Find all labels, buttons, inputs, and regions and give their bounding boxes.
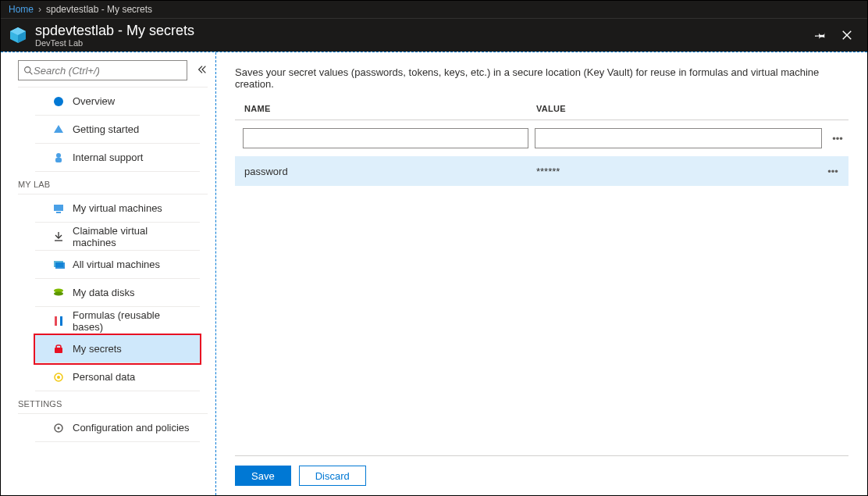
search-icon	[23, 66, 34, 76]
config-icon	[52, 422, 65, 434]
close-icon[interactable]	[841, 29, 853, 41]
sidebar-item-my-secrets[interactable]: My secrets	[35, 335, 200, 363]
search-input[interactable]	[34, 65, 182, 77]
sidebar-item-personal-data[interactable]: Personal data	[35, 363, 200, 391]
sidebar-item-label: Internal support	[73, 152, 143, 163]
blade-subtitle: DevTest Lab	[35, 38, 814, 48]
save-button[interactable]: Save	[235, 466, 291, 486]
sidebar-search[interactable]	[18, 60, 187, 80]
sidebar-item-all-vms[interactable]: All virtual machines	[35, 251, 200, 279]
row-actions-icon[interactable]: •••	[824, 166, 842, 177]
breadcrumb-bar: Home › spdevtestlab - My secrets	[1, 1, 867, 18]
breadcrumb-current: spdevtestlab - My secrets	[46, 4, 152, 15]
new-secret-row: •••	[235, 120, 848, 156]
main-content: Saves your secret values (passwords, tok…	[216, 52, 867, 495]
svg-point-22	[57, 376, 60, 379]
breadcrumb-separator: ›	[38, 4, 41, 15]
svg-rect-18	[60, 316, 62, 326]
svg-line-6	[30, 72, 32, 74]
resource-icon	[9, 26, 27, 45]
discard-button[interactable]: Discard	[299, 466, 366, 486]
section-label-mylab: MY LAB	[1, 172, 215, 194]
svg-rect-10	[54, 205, 63, 211]
sidebar-item-label: Overview	[73, 95, 115, 107]
sidebar: Overview Getting started Internal suppor…	[1, 52, 216, 495]
new-secret-value-input[interactable]	[535, 128, 822, 148]
sidebar-item-label: Formulas (reusable bases)	[73, 309, 190, 333]
sidebar-item-label: My data disks	[73, 287, 134, 298]
column-name: NAME	[244, 104, 536, 113]
pin-icon[interactable]	[814, 29, 827, 41]
formulas-icon	[52, 315, 65, 327]
blade-title: spdevtestlab - My secrets	[35, 23, 814, 38]
vm-icon	[52, 202, 65, 215]
svg-rect-14	[55, 262, 65, 269]
personal-icon	[52, 371, 65, 384]
collapse-sidebar-icon[interactable]	[197, 64, 208, 77]
secrets-icon	[52, 343, 65, 355]
sidebar-item-claimable-vms[interactable]: Claimable virtual machines	[35, 223, 200, 251]
sidebar-item-data-disks[interactable]: My data disks	[35, 279, 200, 307]
svg-rect-9	[55, 158, 62, 162]
sidebar-item-my-vms[interactable]: My virtual machines	[35, 194, 200, 223]
getting-started-icon	[52, 123, 65, 136]
footer-actions: Save Discard	[235, 455, 848, 486]
table-row[interactable]: password ****** •••	[235, 156, 848, 186]
svg-point-24	[58, 426, 60, 429]
svg-point-7	[54, 97, 63, 106]
svg-point-16	[54, 291, 63, 295]
new-row-actions-icon[interactable]: •••	[828, 133, 847, 145]
section-label-settings: SETTINGS	[1, 391, 215, 413]
sidebar-item-label: Claimable virtual machines	[73, 225, 190, 248]
sidebar-item-label: All virtual machines	[73, 259, 160, 270]
sidebar-item-label: My virtual machines	[73, 202, 162, 214]
all-vm-icon	[52, 259, 65, 271]
secret-value: ******	[536, 166, 824, 177]
description-text: Saves your secret values (passwords, tok…	[235, 66, 848, 90]
blade-header: spdevtestlab - My secrets DevTest Lab	[1, 18, 867, 52]
secret-name: password	[244, 166, 536, 177]
breadcrumb-home[interactable]: Home	[9, 4, 34, 15]
column-value: VALUE	[536, 104, 824, 113]
new-secret-name-input[interactable]	[243, 128, 528, 148]
svg-rect-17	[55, 316, 57, 326]
svg-point-8	[56, 153, 61, 158]
sidebar-item-label: Getting started	[73, 123, 139, 135]
sidebar-item-formulas[interactable]: Formulas (reusable bases)	[35, 307, 200, 335]
sidebar-item-label: Personal data	[73, 371, 135, 383]
svg-rect-20	[56, 345, 61, 348]
sidebar-item-label: Configuration and policies	[73, 422, 190, 434]
sidebar-item-internal-support[interactable]: Internal support	[35, 144, 200, 172]
support-icon	[52, 152, 65, 164]
svg-point-5	[25, 66, 30, 72]
overview-icon	[52, 95, 65, 108]
claim-icon	[52, 230, 65, 243]
sidebar-item-label: My secrets	[73, 343, 122, 355]
svg-rect-11	[56, 212, 61, 213]
table-header: NAME VALUE	[235, 104, 848, 120]
sidebar-item-config-policies[interactable]: Configuration and policies	[35, 414, 200, 442]
disks-icon	[52, 287, 65, 299]
sidebar-item-getting-started[interactable]: Getting started	[35, 116, 200, 144]
sidebar-item-overview[interactable]: Overview	[35, 87, 200, 116]
